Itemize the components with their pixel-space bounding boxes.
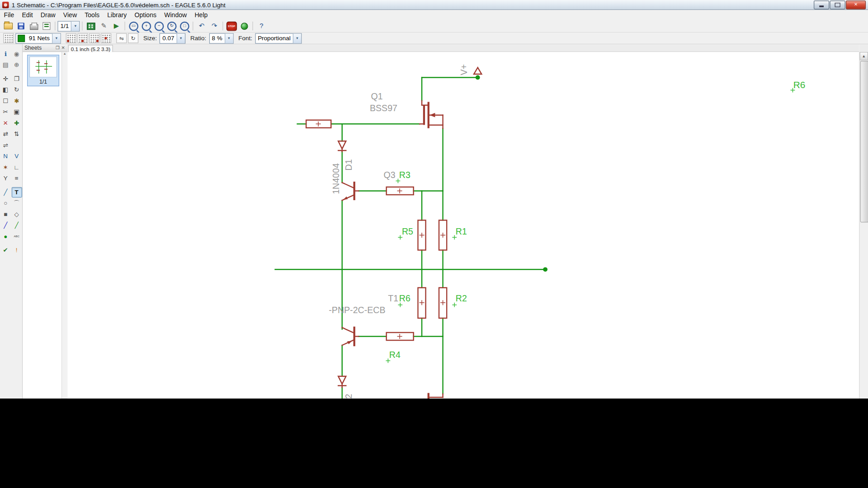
polygon-icon[interactable]: ◇ (11, 209, 22, 220)
gateswap-icon[interactable]: ⇅ (11, 129, 22, 139)
save-icon[interactable] (15, 20, 27, 32)
layer-combo[interactable]: 91 Nets ▼ (15, 33, 61, 43)
chevron-down-icon[interactable]: ▼ (176, 33, 184, 43)
net-label-text[interactable]: R4 (389, 350, 401, 360)
circle-icon[interactable]: ○ (0, 198, 11, 208)
diode-triangle[interactable] (474, 67, 481, 74)
menu-help[interactable]: Help (191, 11, 212, 19)
font-combo[interactable]: Proportional ▼ (255, 33, 302, 43)
change-icon[interactable]: ✱ (11, 96, 22, 106)
zoom-in-icon[interactable]: + (140, 20, 152, 32)
cam-icon[interactable] (40, 20, 52, 32)
label-icon[interactable]: ABC (11, 231, 22, 242)
part-name-text[interactable]: Q1 (371, 91, 382, 101)
rect-icon[interactable]: ■ (0, 209, 11, 220)
move-icon[interactable]: ✛ (0, 74, 11, 84)
text-spin-icon[interactable]: ↻ (128, 33, 138, 43)
menu-file[interactable]: File (0, 11, 18, 19)
ratio-combo[interactable]: 8 % ▼ (209, 33, 233, 43)
zoom-redraw-icon[interactable]: ↻ (165, 20, 178, 32)
arc-icon[interactable]: ⌒ (11, 198, 22, 208)
minimize-button[interactable] (814, 0, 829, 9)
scroll-up-icon[interactable]: ▲ (860, 52, 868, 60)
menu-view[interactable]: View (59, 11, 80, 19)
size-combo[interactable]: 0.07 ▼ (160, 33, 185, 43)
vertical-scrollbar[interactable]: ▲ ▼ (859, 52, 868, 399)
sheet-thumbnail[interactable]: 1/1 (27, 55, 59, 86)
text-anchor-bottom-left-icon[interactable] (66, 33, 76, 43)
mark-icon[interactable]: ⊕ (11, 60, 22, 70)
delete-icon[interactable]: ✕ (0, 118, 11, 128)
chevron-down-icon[interactable]: ▼ (293, 33, 301, 43)
text-anchor-bottom-right-icon[interactable] (89, 33, 99, 43)
grid-icon[interactable] (3, 33, 14, 43)
chevron-down-icon[interactable]: ▼ (71, 21, 79, 31)
value-icon[interactable]: V (11, 151, 22, 161)
zoom-select-icon[interactable]: □ (179, 20, 191, 32)
sheets-scrollbar[interactable]: ▲▼ (61, 52, 67, 399)
chevron-down-icon[interactable]: ▼ (52, 33, 60, 43)
schematic-canvas[interactable]: Q1BSS97Q3T1-PNP-2C-ECBBSS110Q2R3R5R1R6R2… (67, 52, 859, 399)
zoom-fit-icon[interactable]: ▭ (127, 20, 140, 32)
group-icon[interactable]: ☐ (0, 96, 11, 106)
show-icon[interactable]: ◉ (11, 49, 22, 59)
erc-icon[interactable]: ✔ (0, 245, 11, 255)
maximize-button[interactable] (830, 0, 845, 9)
chevron-down-icon[interactable]: ▼ (225, 33, 233, 43)
part-name-text[interactable]: BSS97 (370, 103, 397, 113)
part-line[interactable] (342, 183, 354, 188)
mirror-icon[interactable]: ◧ (0, 84, 11, 95)
undo-icon[interactable]: ↶ (196, 20, 208, 32)
net-label-text[interactable]: R2 (456, 293, 467, 303)
smash-icon[interactable]: ✶ (0, 162, 11, 173)
part-name-text-rotated[interactable]: D1 (344, 159, 354, 170)
stop-icon[interactable]: STOP (226, 20, 238, 32)
help-icon[interactable]: ? (255, 20, 268, 32)
wire-icon[interactable]: ╱ (0, 187, 11, 197)
menu-library[interactable]: Library (104, 11, 131, 19)
redo-icon[interactable]: ↷ (208, 20, 221, 32)
go-icon[interactable] (238, 20, 250, 32)
part-name-text[interactable]: T1 (388, 293, 398, 303)
zoom-out-icon[interactable]: − (153, 20, 165, 32)
display-icon[interactable]: ▤ (0, 60, 11, 70)
part-name-text[interactable]: -PNP-2C-ECB (329, 305, 385, 315)
diode-triangle[interactable] (338, 141, 346, 149)
bus-icon[interactable]: ╱ (0, 220, 11, 230)
print-icon[interactable] (28, 20, 40, 32)
rotate-icon[interactable]: ↻ (11, 84, 22, 95)
part-line[interactable] (342, 328, 354, 333)
text-icon[interactable]: T (11, 187, 22, 197)
split-icon[interactable]: Y (0, 173, 11, 183)
net-label-text[interactable]: R5 (402, 226, 413, 236)
menu-edit[interactable]: Edit (18, 11, 37, 19)
float-panel-icon[interactable]: ❐ (55, 45, 60, 50)
text-anchor-center-icon[interactable] (101, 33, 111, 43)
script-icon[interactable]: ✎ (98, 20, 110, 32)
add-icon[interactable]: ✚ (11, 118, 22, 128)
menu-options[interactable]: Options (131, 11, 160, 19)
pinswap-icon[interactable]: ⇄ (0, 129, 11, 139)
menu-window[interactable]: Window (160, 11, 191, 19)
schematic-svg[interactable]: Q1BSS97Q3T1-PNP-2C-ECBBSS110Q2R3R5R1R6R2… (67, 52, 859, 399)
close-panel-icon[interactable]: ✕ (60, 45, 66, 50)
part-name-text-rotated[interactable]: D2 (344, 394, 354, 399)
part-name-text-rotated[interactable]: V+ (459, 64, 469, 75)
text-anchor-bottom-center-icon[interactable] (77, 33, 88, 43)
replace-icon[interactable]: ⇌ (0, 140, 11, 150)
copy-icon[interactable]: ❐ (11, 74, 22, 84)
net-label-text[interactable]: R3 (399, 170, 410, 180)
net-label-text[interactable]: R1 (456, 226, 467, 236)
name-icon[interactable]: N (0, 151, 11, 161)
part-name-text-rotated[interactable]: 1N4004 (331, 163, 341, 194)
part-name-text[interactable]: Q3 (384, 170, 396, 180)
close-button[interactable]: ✕ (846, 0, 866, 9)
board-icon[interactable] (85, 20, 97, 32)
diode-triangle[interactable] (338, 376, 346, 384)
open-icon[interactable] (2, 20, 14, 32)
info-icon[interactable]: ℹ (0, 49, 11, 59)
paste-icon[interactable]: ▣ (11, 107, 22, 117)
cut-icon[interactable]: ✂ (0, 107, 11, 117)
junction-dot[interactable] (476, 75, 480, 80)
net-icon[interactable]: ╱ (11, 220, 22, 230)
